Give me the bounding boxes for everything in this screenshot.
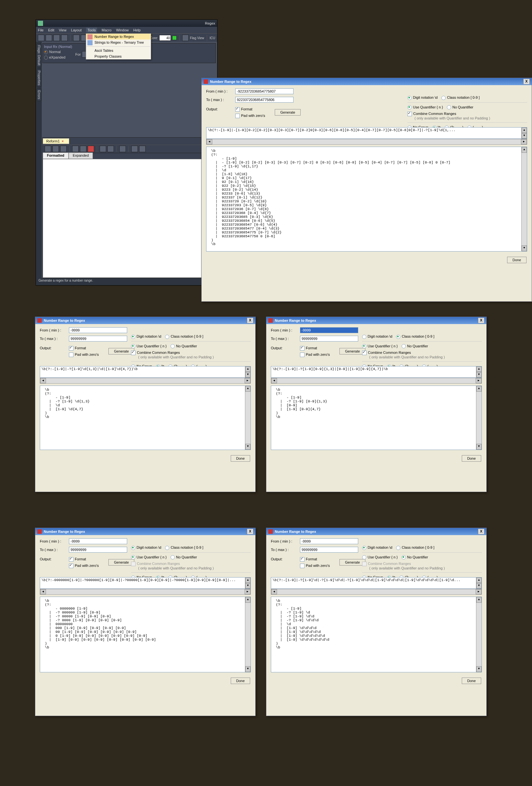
output-oneline[interactable]: \b(?:-0000000[1-9]|-?000000[1-9][0-9]|-?… (40, 577, 251, 589)
to-input[interactable] (300, 547, 358, 553)
generate-button[interactable]: Generate (108, 348, 134, 354)
from-input[interactable] (69, 538, 127, 544)
scrollbar[interactable]: ▲▼ (245, 578, 250, 588)
format-checkbox[interactable]: Format (300, 346, 330, 351)
class-radio[interactable]: Class notation [ 0-9 ] (441, 95, 480, 100)
hscrollbar[interactable]: ◄► (206, 139, 527, 145)
to-input[interactable] (69, 336, 127, 342)
digit-radio[interactable]: Digit notation \d (407, 95, 437, 100)
pad-checkbox[interactable]: Pad with zero's (300, 563, 330, 568)
digit-radio[interactable]: Digit notation \d (362, 546, 392, 550)
menuitem-property-classes[interactable]: Property Classes (86, 53, 151, 59)
class-radio[interactable]: Class notation [ 0-9 ] (165, 546, 203, 550)
pad-checkbox[interactable]: Pad with zero's (69, 563, 99, 568)
output-oneline[interactable]: \b(?:-[1-9]|-?[1-9][0-9]{1,3}|[0-9]|[1-9… (271, 366, 482, 378)
useq-radio[interactable]: Use Quantifier { n } (131, 555, 167, 560)
output-formatted[interactable]: \b (?: - [1-9] | -? [1-9] \d | -? [1-9] … (271, 597, 482, 672)
combine-checkbox[interactable]: Combine Common Ranges (131, 351, 180, 355)
done-button[interactable]: Done (462, 455, 481, 462)
from-input[interactable] (235, 88, 293, 94)
output-formatted[interactable]: \b (?: - [1-9] | -? [1-9] \d{1,3} | \d |… (40, 386, 251, 450)
close-button[interactable]: X (478, 318, 484, 323)
to-input[interactable] (69, 547, 127, 553)
noq-radio[interactable]: No Quantifier (402, 555, 428, 560)
useq-radio[interactable]: Use Quantifier { n } (362, 555, 398, 560)
scrollbar[interactable]: ▲▼ (476, 578, 482, 588)
rxtb-icon[interactable] (139, 146, 146, 152)
done-button[interactable]: Done (231, 455, 250, 462)
rxtb-icon[interactable] (60, 146, 67, 152)
menuitem-strings-to-regex[interactable]: Strings to Regex - Ternary Tree (86, 40, 151, 45)
useq-radio[interactable]: Use Quantifier { n } (131, 344, 167, 349)
rxtb-icon[interactable] (119, 146, 126, 152)
combine-checkbox[interactable]: Combine Common Ranges (362, 351, 411, 355)
mode-normal[interactable]: Normal (44, 50, 72, 54)
close-button[interactable]: X (478, 529, 484, 534)
scrollbar[interactable]: ▲▼ (476, 386, 482, 450)
from-input[interactable] (300, 327, 358, 333)
format-checkbox[interactable]: Format (235, 107, 265, 112)
pad-checkbox[interactable]: Pad with zero's (235, 114, 265, 118)
scrollbar[interactable]: ▲▼ (245, 367, 250, 377)
icu-label[interactable]: ICU (210, 36, 215, 40)
tab-expanded[interactable]: Expanded (69, 153, 93, 159)
toolbar-icon[interactable] (73, 34, 80, 41)
output-oneline[interactable]: \b(?:-[1-9]|-[1-9][0-2][0-2][0-3][0-3][0… (206, 127, 527, 139)
rxform-output-area[interactable] (43, 159, 216, 278)
useq-radio[interactable]: Use Quantifier { n } (362, 344, 398, 349)
rxtb-icon[interactable] (88, 146, 94, 152)
close-button[interactable]: X (247, 529, 253, 534)
toolbar-icon[interactable] (46, 34, 52, 41)
side-tab-properties[interactable]: Properties (37, 69, 41, 87)
rxtb-icon[interactable] (72, 146, 79, 152)
menuitem-number-range[interactable]: Number Range to Regex (86, 34, 151, 40)
menu-layout[interactable]: Layout (71, 28, 81, 32)
rxtb-icon[interactable] (131, 146, 138, 152)
noq-radio[interactable]: No Quantifier (171, 344, 197, 349)
hscrollbar[interactable]: ◄► (40, 589, 251, 595)
rxtb-icon[interactable] (107, 146, 114, 152)
format-checkbox[interactable]: Format (300, 557, 330, 562)
output-formatted[interactable]: \b (?: - [1-9] | -? [1-9] [0-9]{1,3} | [… (271, 386, 482, 450)
scrollbar[interactable]: ▲▼ (476, 367, 482, 377)
pad-checkbox[interactable]: Pad with zero's (300, 352, 330, 357)
menu-help[interactable]: Help (133, 28, 141, 32)
scrollbar[interactable]: ▲▼ (476, 597, 482, 672)
rxtb-icon[interactable] (80, 146, 87, 152)
rxtb-icon[interactable] (52, 146, 59, 152)
toolbar-icon[interactable] (61, 34, 68, 41)
noq-radio[interactable]: No Quantifier (402, 344, 428, 349)
combine-checkbox[interactable]: Combine Common Ranges (407, 112, 456, 116)
menubar[interactable]: File Edit View Layout Tools Macro Window… (36, 27, 217, 33)
menu-edit[interactable]: Edit (48, 28, 54, 32)
generate-button[interactable]: Generate (108, 559, 134, 565)
menu-view[interactable]: View (59, 28, 67, 32)
hscrollbar[interactable]: ◄► (271, 378, 482, 384)
side-tab-flags[interactable]: Flags: Default (37, 44, 41, 67)
menu-window[interactable]: Window (116, 28, 129, 32)
output-formatted[interactable]: \b (?: - 0000000 [1-9] | -? 000000 [1-9]… (40, 597, 251, 672)
from-input[interactable] (69, 327, 127, 333)
maxcore-check[interactable] (172, 36, 177, 40)
scrollbar[interactable]: ▲▼ (521, 128, 527, 139)
side-tab-errors[interactable]: Errors (37, 89, 41, 101)
scrollbar[interactable]: ▲▼ (245, 597, 250, 672)
noq-radio[interactable]: No Quantifier (171, 555, 197, 560)
format-checkbox[interactable]: Format (69, 346, 99, 351)
rxtb-icon[interactable] (45, 146, 51, 152)
digit-radio[interactable]: Digit notation \d (362, 334, 392, 339)
scrollbar[interactable]: ▲▼ (521, 147, 527, 251)
hscrollbar[interactable]: ◄► (271, 589, 482, 595)
digit-radio[interactable]: Digit notation \d (131, 546, 161, 550)
useq-radio[interactable]: Use Quantifier { n } (407, 105, 443, 110)
toolbar-icon[interactable] (38, 34, 44, 41)
mode-expanded[interactable]: eXpanded (44, 55, 72, 60)
noq-radio[interactable]: No Quantifier (447, 105, 474, 110)
menu-file[interactable]: File (38, 28, 44, 32)
scrollbar[interactable]: ▲▼ (245, 386, 250, 450)
class-radio[interactable]: Class notation [ 0-9 ] (396, 334, 434, 339)
toolbar-icon[interactable] (53, 34, 60, 41)
generate-button[interactable]: Generate (339, 559, 365, 565)
generate-button[interactable]: Generate (339, 348, 365, 354)
output-oneline[interactable]: \b(?:-[1-9]|-?[1-9]\d|-?[1-9]\d\d|-?[1-9… (271, 577, 482, 589)
